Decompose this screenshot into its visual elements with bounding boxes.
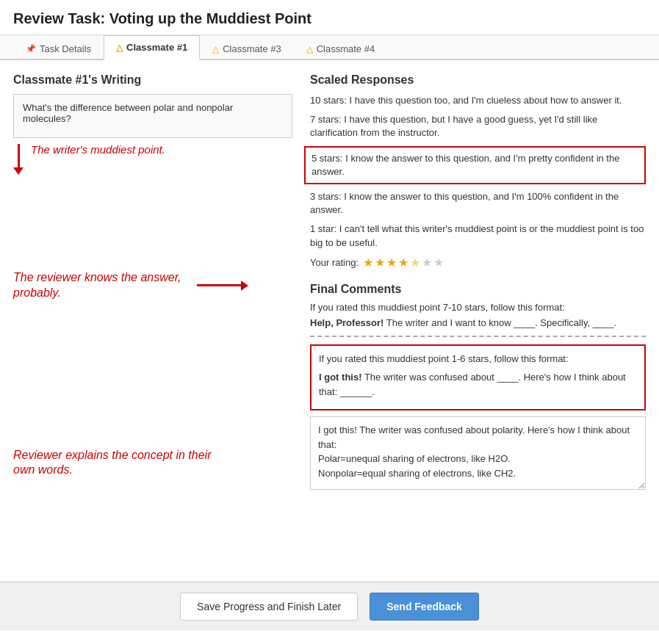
template-1-6-bold: I got this! — [319, 372, 362, 383]
tab-classmate-1[interactable]: △ Classmate #1 — [104, 35, 200, 60]
star-5[interactable]: ★ — [410, 256, 420, 269]
scale-item-1: 7 stars: I have this question, but I hav… — [310, 113, 646, 140]
arrow-head-rightward — [241, 281, 248, 291]
star-7[interactable]: ★ — [433, 256, 444, 269]
tabs-bar: 📌 Task Details △ Classmate #1 △ Classmat… — [0, 35, 659, 60]
star-4[interactable]: ★ — [398, 256, 408, 269]
instruction-1-6: If you rated this muddiest point 1-6 sta… — [319, 352, 637, 366]
muddy-annotation-text: The writer's muddiest point. — [31, 142, 165, 157]
pin-icon: 📌 — [26, 44, 36, 54]
explains-annotation: Reviewer explains the concept in their o… — [13, 448, 212, 479]
writing-text: What's the difference between polar and … — [23, 102, 233, 124]
save-button[interactable]: Save Progress and Finish Later — [180, 593, 358, 621]
star-6[interactable]: ★ — [422, 256, 432, 269]
tab-classmate-4[interactable]: △ Classmate #4 — [294, 37, 387, 60]
right-panel: Scaled Responses 10 stars: I have this q… — [310, 73, 646, 567]
response-textarea[interactable]: I got this! The writer was confused abou… — [310, 416, 646, 490]
instruction-7-10: If you rated this muddiest point 7-10 st… — [310, 302, 646, 313]
final-comments-title: Final Comments — [310, 283, 646, 296]
arrow-line-horizontal — [197, 284, 241, 286]
template-7-10-bold: Help, Professor! — [310, 317, 383, 328]
format-box-1-6: If you rated this muddiest point 1-6 sta… — [310, 344, 646, 411]
main-content: Classmate #1's Writing What's the differ… — [0, 60, 659, 567]
scale-item-0: 10 stars: I have this question too, and … — [310, 94, 646, 107]
reviewer-text: The reviewer knows the answer, probably. — [13, 270, 190, 301]
footer-bar: Save Progress and Finish Later Send Feed… — [0, 582, 659, 631]
warn-icon-1: △ — [116, 43, 123, 53]
writing-section-title: Classmate #1's Writing — [13, 73, 292, 87]
star-3[interactable]: ★ — [386, 256, 397, 269]
star-rating[interactable]: ★ ★ ★ ★ ★ ★ ★ — [363, 256, 444, 269]
star-1[interactable]: ★ — [363, 256, 373, 269]
rating-row: Your rating: ★ ★ ★ ★ ★ ★ ★ — [310, 256, 646, 269]
muddy-point-annotation: The writer's muddiest point. — [13, 142, 292, 175]
warn-icon-3: △ — [212, 44, 219, 54]
warn-icon-4: △ — [306, 44, 313, 54]
writing-box: What's the difference between polar and … — [13, 94, 292, 138]
scale-item-4: 1 star: I can't tell what this writer's … — [310, 222, 646, 249]
tab-task-details[interactable]: 📌 Task Details — [13, 37, 104, 60]
arrow-line-vertical — [18, 144, 20, 167]
arrow-right — [197, 281, 248, 291]
page-title: Review Task: Voting up the Muddiest Poin… — [13, 10, 646, 27]
scaled-responses-title: Scaled Responses — [310, 73, 646, 87]
scale-item-3: 3 stars: I know the answer to this quest… — [310, 190, 646, 217]
arrow-down — [13, 144, 24, 175]
scale-item-2-highlighted: 5 stars: I know the answer to this quest… — [304, 146, 646, 184]
explains-text: Reviewer explains the concept in their o… — [13, 449, 211, 477]
page-header: Review Task: Voting up the Muddiest Poin… — [0, 0, 659, 35]
rating-label: Your rating: — [310, 257, 359, 268]
tab-classmate-3[interactable]: △ Classmate #3 — [200, 37, 293, 60]
arrow-head-downward — [13, 167, 24, 175]
reviewer-annotation: The reviewer knows the answer, probably. — [13, 270, 292, 301]
star-2[interactable]: ★ — [375, 256, 385, 269]
dashed-divider — [310, 336, 646, 337]
send-feedback-button[interactable]: Send Feedback — [370, 593, 479, 621]
template-1-6: I got this! The writer was confused abou… — [319, 370, 637, 399]
template-7-10: Help, Professor! The writer and I want t… — [310, 317, 646, 328]
left-panel: Classmate #1's Writing What's the differ… — [13, 73, 292, 567]
